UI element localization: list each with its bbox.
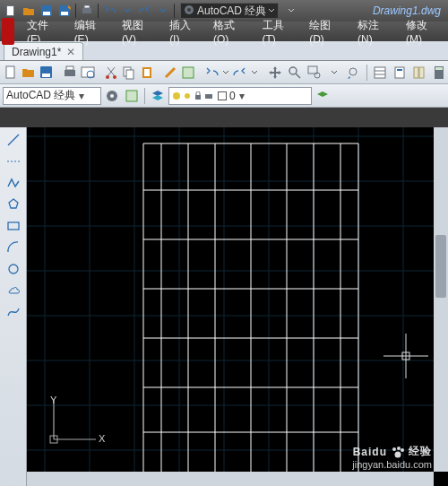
svg-rect-23 [183, 67, 194, 78]
menu-dim[interactable]: 标注(N) [350, 22, 399, 41]
workspace-label: AutoCAD 经典 [197, 4, 266, 19]
svg-rect-12 [42, 74, 50, 77]
open-doc-icon[interactable] [21, 64, 37, 82]
menu-file[interactable]: 文件(F) [20, 22, 67, 41]
app-menu-button[interactable] [2, 18, 14, 45]
arc-icon[interactable] [4, 238, 23, 257]
svg-point-45 [185, 93, 190, 99]
spline-icon[interactable] [4, 302, 23, 322]
menu-tools[interactable]: 工具(T) [255, 22, 303, 41]
undo2-icon[interactable] [203, 64, 220, 82]
menu-edit[interactable]: 编辑(E) [67, 22, 115, 41]
svg-point-44 [173, 92, 180, 100]
save-doc-icon[interactable] [39, 64, 55, 82]
chevron-down-icon-layer: ▾ [239, 90, 245, 102]
construction-line-icon[interactable] [4, 152, 23, 171]
svg-rect-13 [65, 70, 75, 76]
undo-icon[interactable] [101, 3, 117, 19]
document-title: Drawing1.dwg [373, 4, 446, 17]
redo-icon[interactable] [137, 3, 153, 19]
workspace-combo[interactable]: AutoCAD 经典 ▾ [3, 87, 101, 105]
menu-view[interactable]: 视图(V) [115, 22, 162, 41]
svg-rect-34 [419, 67, 424, 78]
workspace-settings-icon[interactable] [103, 87, 121, 105]
svg-rect-22 [144, 69, 150, 76]
toolbar-sep-6 [366, 65, 367, 81]
document-tab[interactable]: Drawing1* ✕ [4, 42, 83, 60]
layer-value: 0 [229, 90, 236, 102]
revision-cloud-icon[interactable] [4, 281, 23, 300]
zoom-realtime-icon[interactable] [286, 64, 304, 82]
svg-rect-20 [126, 70, 134, 79]
line-icon[interactable] [4, 130, 23, 150]
chevron-down-icon-r[interactable] [250, 64, 259, 82]
drawing-canvas[interactable]: X Y Baidu 经验 jingyan.baidu.com [27, 127, 448, 486]
zoom-window-icon[interactable] [306, 64, 323, 82]
layer-color-swatch [218, 91, 227, 100]
tool-palette-icon[interactable] [410, 64, 428, 82]
scrollbar-thumb[interactable] [435, 235, 446, 298]
chevron-down-icon-u[interactable] [221, 64, 230, 82]
close-icon[interactable]: ✕ [66, 46, 75, 58]
plot-preview-icon[interactable] [80, 64, 96, 82]
lock-icon [194, 91, 202, 100]
chevron-down-icon-ws: ▾ [79, 90, 84, 102]
chevron-down-icon-2[interactable] [155, 3, 171, 19]
layer-prev-icon[interactable] [314, 87, 332, 105]
svg-line-48 [8, 135, 19, 145]
save-icon[interactable] [39, 3, 55, 19]
ucs-x-label: X [99, 433, 106, 444]
menu-modify[interactable]: 修改(M) [399, 22, 448, 41]
svg-point-17 [106, 75, 109, 79]
zoom-previous-icon[interactable] [345, 64, 363, 82]
svg-rect-5 [61, 12, 68, 15]
svg-rect-7 [84, 5, 90, 8]
chevron-down-icon-4[interactable] [283, 3, 299, 19]
qat-separator-2 [98, 4, 99, 18]
rectangle-icon[interactable] [4, 216, 23, 236]
menu-insert[interactable]: 插入(I) [162, 22, 206, 41]
svg-point-27 [349, 68, 357, 75]
qat-separator-3 [174, 4, 175, 18]
workspace-save-icon[interactable] [123, 87, 141, 105]
menu-format[interactable]: 格式(O) [206, 22, 254, 41]
workspace-dropdown[interactable]: AutoCAD 经典 [180, 3, 279, 19]
circle-icon[interactable] [4, 259, 23, 279]
horizontal-scrollbar[interactable] [27, 472, 434, 486]
block-editor-icon[interactable] [180, 64, 196, 82]
svg-rect-25 [308, 66, 317, 74]
pan-icon[interactable] [266, 64, 284, 82]
wsrow-sep [144, 88, 145, 104]
svg-rect-6 [82, 8, 91, 13]
properties-icon[interactable] [371, 64, 389, 82]
menu-bar: 文件(F) 编辑(E) 视图(V) 插入(I) 格式(O) 工具(T) 绘图(D… [0, 22, 448, 41]
saveas-icon[interactable] [56, 3, 73, 19]
menu-draw[interactable]: 绘图(D) [302, 22, 350, 41]
chevron-down-icon[interactable] [119, 3, 135, 19]
new-doc-icon[interactable] [3, 64, 19, 82]
copy-icon[interactable] [121, 64, 137, 82]
svg-rect-28 [375, 67, 385, 78]
layer-combo[interactable]: 0 ▾ [168, 87, 312, 105]
svg-point-42 [110, 94, 114, 98]
polyline-icon[interactable] [4, 173, 23, 193]
print-doc-icon[interactable] [62, 64, 78, 82]
chevron-down-icon-zoom[interactable] [325, 64, 343, 82]
calculator-icon[interactable] [430, 64, 448, 82]
paste-icon[interactable] [139, 64, 155, 82]
new-icon[interactable] [3, 3, 19, 19]
sun-icon [183, 91, 192, 100]
redo2-icon[interactable] [232, 64, 248, 82]
open-icon[interactable] [21, 3, 37, 19]
ucs-icon: X Y [47, 395, 109, 448]
cut-icon[interactable] [103, 64, 119, 82]
sheetset-icon[interactable] [391, 64, 409, 82]
workspace-value: AutoCAD 经典 [6, 88, 75, 103]
chevron-down-icon-3 [268, 4, 275, 17]
vertical-scrollbar[interactable] [434, 127, 448, 472]
print-icon[interactable] [79, 3, 95, 19]
match-prop-icon[interactable] [162, 64, 178, 82]
polygon-icon[interactable] [4, 195, 23, 214]
layer-manager-icon[interactable] [149, 87, 167, 105]
svg-point-51 [9, 265, 18, 273]
